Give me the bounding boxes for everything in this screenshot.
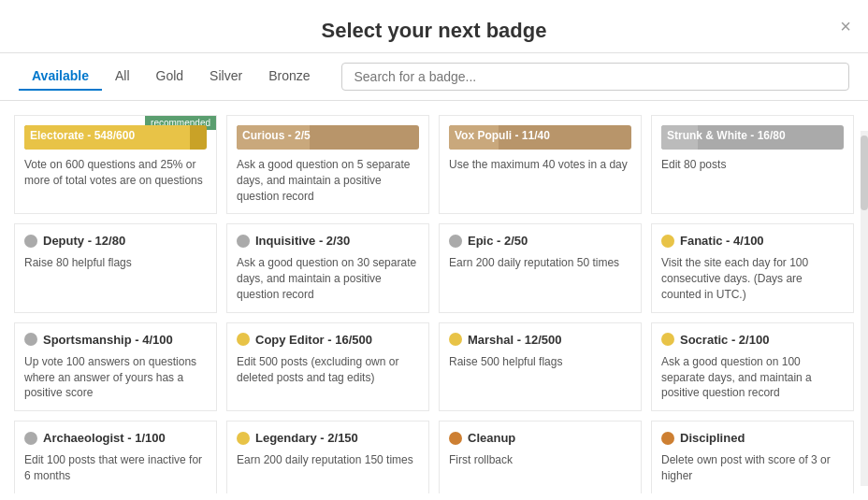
badge-header: Deputy - 12/80 — [24, 234, 207, 248]
tab-bronze[interactable]: Bronze — [255, 63, 323, 91]
badge-card[interactable]: Sportsmanship - 4/100Up vote 100 answers… — [14, 322, 217, 411]
badge-desc: Earn 200 daily reputation 150 times — [237, 452, 419, 468]
badge-name: Deputy - 12/80 — [43, 234, 125, 248]
badge-icon — [24, 432, 37, 445]
badge-icon — [237, 235, 250, 248]
modal-title: Select your next badge — [322, 19, 547, 42]
close-button[interactable]: × — [840, 17, 851, 36]
badge-icon — [661, 333, 674, 346]
badge-header: Socratic - 2/100 — [661, 333, 844, 347]
badge-name: Vox Populi - 11/40 — [449, 125, 631, 146]
tab-gold[interactable]: Gold — [143, 63, 197, 91]
badge-icon — [661, 432, 674, 445]
badge-card[interactable]: recommendedElectorate - 548/600Vote on 6… — [14, 115, 217, 214]
badge-desc: Raise 500 helpful flags — [449, 354, 631, 370]
badge-header: Copy Editor - 16/500 — [237, 333, 419, 347]
badge-desc: Use the maximum 40 votes in a day — [449, 157, 631, 173]
badge-card[interactable]: Strunk & White - 16/80Edit 80 posts — [651, 115, 854, 214]
badge-header: Disciplined — [661, 431, 844, 445]
tab-all[interactable]: All — [102, 63, 143, 91]
badge-name: Epic - 2/50 — [468, 234, 528, 248]
badge-header: Fanatic - 4/100 — [661, 234, 844, 248]
badge-icon — [237, 432, 250, 445]
badge-icon — [237, 333, 250, 346]
badge-desc: First rollback — [449, 452, 631, 468]
badge-card[interactable]: Vox Populi - 11/40Use the maximum 40 vot… — [439, 115, 642, 214]
badge-desc: Ask a good question on 100 separate days… — [661, 354, 844, 401]
modal-header: Select your next badge × — [0, 0, 868, 53]
badge-progress-bar: Strunk & White - 16/80 — [661, 125, 844, 150]
badge-card[interactable]: Curious - 2/5Ask a good question on 5 se… — [226, 115, 429, 214]
modal: Select your next badge × AvailableAllGol… — [0, 0, 868, 500]
badge-desc: Delete own post with score of 3 or highe… — [661, 452, 844, 484]
badge-name: Curious - 2/5 — [237, 125, 419, 146]
tab-silver[interactable]: Silver — [196, 63, 255, 91]
badge-card[interactable]: Epic - 2/50Earn 200 daily reputation 50 … — [439, 223, 642, 312]
badge-desc: Visit the site each day for 100 consecut… — [661, 255, 844, 302]
badge-search-input[interactable] — [341, 63, 849, 91]
badge-progress-bar: Electorate - 548/600 — [24, 125, 207, 150]
badge-header: Epic - 2/50 — [449, 234, 631, 248]
badge-name: Sportsmanship - 4/100 — [43, 333, 173, 347]
scrollbar[interactable] — [861, 131, 868, 486]
badge-header: Sportsmanship - 4/100 — [24, 333, 207, 347]
badge-name: Cleanup — [468, 431, 515, 445]
badge-icon — [449, 432, 462, 445]
badge-desc: Edit 100 posts that were inactive for 6 … — [24, 452, 207, 484]
badge-card[interactable]: Marshal - 12/500Raise 500 helpful flags — [439, 322, 642, 411]
badges-grid: recommendedElectorate - 548/600Vote on 6… — [0, 101, 868, 493]
badge-name: Disciplined — [680, 431, 745, 445]
badge-desc: Raise 80 helpful flags — [24, 255, 207, 271]
badge-progress-bar: Curious - 2/5 — [237, 125, 419, 150]
badge-card[interactable]: Deputy - 12/80Raise 80 helpful flags — [14, 223, 217, 312]
badge-name: Archaeologist - 1/100 — [43, 431, 166, 445]
badge-header: Cleanup — [449, 431, 631, 445]
badge-desc: Edit 500 posts (excluding own or deleted… — [237, 354, 419, 386]
tab-group: AvailableAllGoldSilverBronze — [19, 63, 323, 91]
badge-desc: Edit 80 posts — [661, 157, 844, 173]
badge-icon — [661, 235, 674, 248]
badge-name: Inquisitive - 2/30 — [255, 234, 350, 248]
badge-icon — [449, 333, 462, 346]
badge-card[interactable]: Socratic - 2/100Ask a good question on 1… — [651, 322, 854, 411]
badge-desc: Vote on 600 questions and 25% or more of… — [24, 157, 207, 189]
badge-icon — [24, 333, 37, 346]
badge-desc: Up vote 100 answers on questions where a… — [24, 354, 207, 401]
badge-header: Archaeologist - 1/100 — [24, 431, 207, 445]
tabs-search-bar: AvailableAllGoldSilverBronze — [0, 53, 868, 101]
badge-card[interactable]: Copy Editor - 16/500Edit 500 posts (excl… — [226, 322, 429, 411]
badge-progress-bar: Vox Populi - 11/40 — [449, 125, 631, 150]
badge-header: Marshal - 12/500 — [449, 333, 631, 347]
scrollbar-thumb[interactable] — [861, 136, 868, 210]
badge-card[interactable]: CleanupFirst rollback — [439, 421, 642, 493]
badge-desc: Ask a good question on 5 separate days, … — [237, 157, 419, 204]
badge-header: Inquisitive - 2/30 — [237, 234, 419, 248]
badge-card[interactable]: Legendary - 2/150Earn 200 daily reputati… — [226, 421, 429, 493]
badge-card[interactable]: DisciplinedDelete own post with score of… — [651, 421, 854, 493]
badge-card[interactable]: Inquisitive - 2/30Ask a good question on… — [226, 223, 429, 312]
badge-name: Copy Editor - 16/500 — [255, 333, 372, 347]
badge-card[interactable]: Archaeologist - 1/100Edit 100 posts that… — [14, 421, 217, 493]
badge-header: Legendary - 2/150 — [237, 431, 419, 445]
badge-name: Electorate - 548/600 — [24, 125, 207, 146]
badge-name: Fanatic - 4/100 — [680, 234, 764, 248]
badge-desc: Earn 200 daily reputation 50 times — [449, 255, 631, 271]
badge-desc: Ask a good question on 30 separate days,… — [237, 255, 419, 302]
badge-name: Socratic - 2/100 — [680, 333, 769, 347]
badge-card[interactable]: Fanatic - 4/100Visit the site each day f… — [651, 223, 854, 312]
badge-name: Strunk & White - 16/80 — [661, 125, 844, 146]
badge-name: Marshal - 12/500 — [468, 333, 561, 347]
tab-available[interactable]: Available — [19, 63, 102, 91]
badge-icon — [449, 235, 462, 248]
badge-icon — [24, 235, 37, 248]
badge-name: Legendary - 2/150 — [255, 431, 358, 445]
